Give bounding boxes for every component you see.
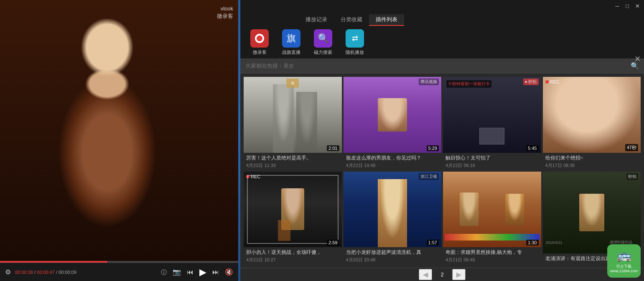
video-info-5: 胆小勿入！逆天挑战，全场吓傻， 4月21日 10:27 [244,247,342,264]
prev-page-button[interactable]: ◀ [419,269,432,280]
video-meta-2: 4月22日 14:48 [346,162,439,169]
video-card-4[interactable]: REC 47秒 给你们来个绝招~ 4月17日 08:36 [543,77,641,170]
video-duration-1: 2:01 [327,145,339,151]
video-card-3[interactable]: 十秒钟复制一张银行卡 ● 秒拍 5:45 触目惊心！太可怕了 4月22日 06:… [443,77,541,170]
search-input[interactable] [245,63,627,69]
close-button[interactable]: ✕ [634,3,641,9]
screenshot-button[interactable]: 📷 [171,268,183,276]
video-duration-7: 1:30 [526,240,538,246]
vlook-logo: vlook 微录客 [217,5,233,20]
video-thumb-8: 秒拍 2015/4/21 港球时报作品 2:16 [543,172,641,254]
watermark-icon: 🚌 [617,248,631,263]
video-title-4: 给你们来个绝招~ [545,154,639,162]
plugin-search[interactable]: 🔍 磁力搜索 [311,29,336,56]
video-thumbnail: vlook 微录客 [0,0,238,263]
plugin-zhangqi-label: 战旗直播 [282,49,300,56]
video-meta-7: 4月21日 06:45 [445,257,539,263]
platform-badge-2: 腾讯视频 [419,78,439,85]
video-info-4: 给你们来个绝招~ 4月17日 08:36 [543,153,641,170]
video-title-5: 胆小勿入！逆天挑战，全场吓傻， [246,249,339,256]
video-info-6: 当把小龙虾放进超声波清洗机，真 4月20日 20:48 [344,247,442,264]
tab-navigation: 播放记录 分类收藏 插件列表 [240,12,644,26]
thumb-logo-1: 东 [286,78,299,88]
panel-close-button[interactable]: ✕ [634,54,641,63]
time-display: 00:00:38 / 00:00:47 / 00:00:09 [15,270,76,275]
video-meta-4: 4月17日 08:36 [545,162,639,169]
next-button[interactable]: ⏭ [211,268,221,276]
platform-badge-3: ● 秒拍 [523,78,539,85]
plugin-zhangqi-icon: 旗 [282,29,300,48]
rec-badge-5: REC [246,174,260,179]
video-thumb-6: 浙江卫视 1:57 [344,172,442,248]
progress-fill [0,261,107,263]
prev-button[interactable]: ⏮ [185,268,195,276]
video-info-2: 脸皮这么厚的男朋友，你见过吗？ 4月22日 14:48 [344,153,442,170]
video-card-5[interactable]: REC 2:59 胆小勿入！逆天挑战，全场吓傻， 4月21日 10:27 [244,172,342,265]
video-meta-6: 4月20日 20:48 [346,257,439,263]
video-duration-3: 5:45 [526,145,538,151]
info-button[interactable]: ⓘ [159,268,168,276]
video-area: vlook 微录客 [0,0,238,263]
next-page-button[interactable]: ▶ [452,269,466,280]
maximize-button[interactable]: □ [624,3,631,9]
plugin-weiluke-label: 微录客 [253,49,267,56]
video-meta-3: 4月22日 06:16 [445,162,539,169]
video-duration-4: 47秒 [625,144,638,151]
video-thumb-7: 1:30 [443,172,541,248]
plugin-icons-row: 微录客 旗 战旗直播 🔍 磁力搜索 ⇄ 随机播放 [240,26,644,58]
tab-plugins[interactable]: 插件列表 [369,14,404,26]
search-bar: 🔍 [240,58,644,73]
platform-badge-6: 浙江卫视 [419,173,439,180]
video-player: vlook 微录客 ⚙ 00:00:38 / 00:00:47 / 00:00:… [0,0,238,281]
video-info-7: 奇葩：求婚男竟然挨揍,杨大炮，专 4月21日 06:45 [443,247,541,264]
minimize-button[interactable]: ─ [614,3,621,9]
video-meta-5: 4月21日 10:27 [246,257,339,263]
time-total: 00:00:47 [37,270,55,275]
volume-button[interactable]: 🔇 [223,268,235,276]
video-duration-2: 5:29 [427,145,439,151]
video-thumb-5: REC 2:59 [244,172,342,248]
woman-figure [0,0,238,263]
video-thumb-3: 十秒钟复制一张银行卡 ● 秒拍 5:45 [443,77,541,153]
video-thumb-2: 腾讯视频 5:29 [344,77,442,153]
platform-badge-8: 秒拍 [626,173,638,180]
plugin-zhangqi[interactable]: 旗 战旗直播 [279,29,304,56]
play-button[interactable]: ▶ [198,267,208,278]
video-thumb-1: 东 2:01 [244,77,342,153]
page-number: 2 [437,271,447,278]
video-controls: ⚙ 00:00:38 / 00:00:47 / 00:00:09 ⓘ 📷 ⏮ ▶… [0,263,238,281]
video-title-1: 厉害！这个人质绝对是高手。 [246,154,339,162]
watermark-line1: 巴士下载 [616,264,631,269]
plugin-weiluke-icon [250,29,269,48]
video-thumb-4: REC 47秒 [543,77,641,153]
rec-badge-4: REC [545,79,560,84]
video-card-6[interactable]: 浙江卫视 1:57 当把小龙虾放进超声波清洗机，真 4月20日 20:48 [344,172,442,265]
plugin-search-label: 磁力搜索 [314,49,332,56]
title-bar: ─ □ ✕ [240,0,644,12]
video-title-3: 触目惊心！太可怕了 [445,154,539,162]
watermark: 🚌 巴士下载 www.11684.com [607,244,641,278]
plugin-random[interactable]: ⇄ 随机播放 [342,29,367,56]
plugin-random-label: 随机播放 [346,49,364,56]
video-duration-6: 1:57 [427,240,439,246]
video-title-6: 当把小龙虾放进超声波清洗机，真 [346,249,439,256]
pagination: ◀ 2 ▶ [240,268,644,281]
watermark-line2: www.11684.com [610,269,638,274]
plugin-weiluke[interactable]: 微录客 [247,29,272,56]
plugin-search-icon: 🔍 [314,29,332,48]
progress-bar[interactable] [0,261,238,263]
video-card-2[interactable]: 腾讯视频 5:29 脸皮这么厚的男朋友，你见过吗？ 4月22日 14:48 [344,77,442,170]
video-info-1: 厉害！这个人质绝对是高手。 4月22日 11:33 [244,153,342,170]
video-meta-1: 4月22日 11:33 [246,162,339,169]
settings-button[interactable]: ⚙ [3,268,13,276]
plugin-random-icon: ⇄ [346,29,364,48]
time-remaining: 00:00:09 [59,270,76,275]
video-title-7: 奇葩：求婚男竟然挨揍,杨大炮，专 [445,249,539,256]
video-grid: 东 2:01 厉害！这个人质绝对是高手。 4月22日 11:33 腾讯视频 5:… [240,73,644,268]
tab-favorites[interactable]: 分类收藏 [334,14,369,26]
video-title-2: 脸皮这么厚的男朋友，你见过吗？ [346,154,439,162]
video-card-1[interactable]: 东 2:01 厉害！这个人质绝对是高手。 4月22日 11:33 [244,77,342,170]
video-duration-5: 2:59 [327,240,339,246]
tab-history[interactable]: 播放记录 [299,14,334,26]
video-card-7[interactable]: 1:30 奇葩：求婚男竟然挨揍,杨大炮，专 4月21日 06:45 [443,172,541,265]
